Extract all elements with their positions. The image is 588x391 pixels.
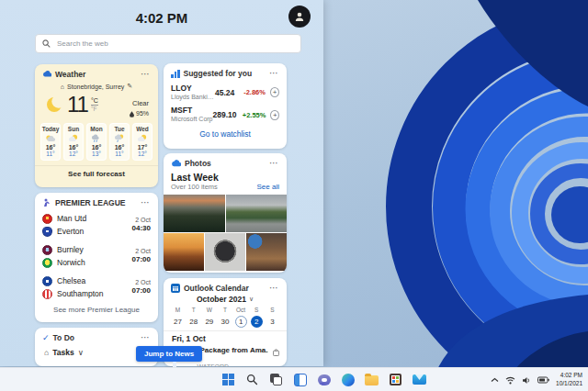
- tray-chevron-up-button[interactable]: [491, 377, 499, 383]
- calendar-date[interactable]: 29: [201, 315, 217, 329]
- forecast-day-sun[interactable]: Sun 16° 12°: [63, 123, 84, 161]
- droplet-icon: [130, 111, 134, 117]
- selected-day-label: Fri, 1 Oct: [164, 331, 287, 344]
- mail-button[interactable]: [412, 372, 427, 387]
- month-selector[interactable]: October 2021 ∨: [164, 295, 287, 304]
- taskbar-clock[interactable]: 4:02 PM 10/1/2021: [556, 372, 582, 388]
- stock-row-lloy[interactable]: LLOY Lloyds Bankin... 45.24 -2.86% +: [164, 81, 287, 103]
- taskbar: 4:02 PM 10/1/2021: [0, 367, 588, 391]
- taskbar-search-button[interactable]: [244, 372, 260, 387]
- calendar-title: Outlook Calendar: [184, 284, 249, 293]
- southampton-badge-icon: [42, 289, 52, 299]
- photos-header: Photos ⋯: [164, 153, 287, 171]
- edit-location-icon[interactable]: ✎: [127, 83, 132, 90]
- widgets-button[interactable]: [292, 372, 308, 387]
- see-all-link[interactable]: See all: [257, 183, 279, 191]
- stock-row-msft[interactable]: MSFT Microsoft Corp 289.10 +2.55% +: [164, 103, 287, 125]
- see-full-forecast-link[interactable]: See full forecast: [35, 165, 158, 178]
- speaker-icon: [522, 376, 531, 385]
- sun-cloud-icon: [64, 133, 83, 143]
- wifi-button[interactable]: [505, 376, 515, 385]
- stocks-widget[interactable]: Suggested for you ⋯ LLOY Lloyds Bankin..…: [164, 63, 287, 149]
- calendar-date[interactable]: 28: [186, 315, 201, 329]
- edge-browser-icon: [342, 374, 355, 386]
- user-avatar[interactable]: [288, 6, 311, 28]
- fixture-row[interactable]: Chelsea Southampton 2 Oct 07:00: [42, 274, 151, 300]
- chat-button[interactable]: [316, 372, 332, 387]
- photos-more-button[interactable]: ⋯: [269, 161, 279, 166]
- go-to-watchlist-link[interactable]: Go to watchlist: [164, 129, 287, 139]
- forecast-day-wed[interactable]: Wed 17° 12°: [132, 123, 153, 161]
- photo-thumbnail[interactable]: [164, 195, 225, 232]
- fixture-row[interactable]: Man Utd Everton 2 Oct 04:30: [42, 212, 151, 238]
- sun-showers-icon: [110, 133, 129, 143]
- widgets-icon: [294, 374, 307, 386]
- windows-start-icon: [222, 374, 234, 385]
- photos-widget[interactable]: Photos ⋯ Last Week Over 100 items See al…: [164, 153, 287, 273]
- calendar-date[interactable]: 3: [265, 315, 280, 329]
- unit-celsius-toggle[interactable]: °C: [91, 97, 98, 106]
- task-view-button[interactable]: [268, 372, 284, 387]
- forecast-day-today[interactable]: Today 16° 11°: [40, 123, 61, 161]
- add-to-watchlist-button[interactable]: +: [270, 87, 279, 97]
- photos-title: Photos: [185, 159, 211, 168]
- store-button[interactable]: [388, 372, 403, 387]
- photo-thumbnail[interactable]: [205, 233, 245, 271]
- photo-thumbnail[interactable]: [164, 233, 204, 271]
- add-to-watchlist-button[interactable]: +: [270, 110, 279, 120]
- weather-widget[interactable]: Weather ⋯ ⌂ Stonebridge, Surrey ✎ 11 °C …: [35, 64, 158, 187]
- fixture-row[interactable]: Burnley Norwich 2 Oct 07:00: [42, 243, 151, 269]
- weather-title: Weather: [55, 70, 85, 79]
- chevron-down-icon: ∨: [249, 296, 254, 303]
- weather-more-button[interactable]: ⋯: [141, 72, 151, 77]
- calendar-date[interactable]: 27: [170, 315, 186, 329]
- stocks-title: Suggested for you: [184, 69, 253, 78]
- chelsea-badge-icon: [42, 276, 52, 286]
- weather-header: Weather ⋯: [35, 64, 158, 82]
- taskbar-time: 4:02 PM: [556, 372, 582, 380]
- panel-clock: 4:02 PM: [0, 10, 323, 26]
- norwich-badge-icon: [42, 258, 52, 268]
- photos-cloud-icon: [171, 160, 181, 167]
- calendar-date-today[interactable]: 1: [233, 315, 249, 329]
- search-icon: [246, 374, 258, 385]
- jump-to-news-button[interactable]: Jump to News: [136, 346, 202, 362]
- calendar-date-selected[interactable]: 2: [249, 315, 265, 329]
- search-input[interactable]: [55, 39, 294, 49]
- everton-badge-icon: [42, 227, 52, 237]
- search-bar[interactable]: [35, 34, 301, 53]
- calendar-date[interactable]: 30: [217, 315, 232, 329]
- see-more-premier-league-link[interactable]: See more Premier League: [35, 306, 158, 314]
- stocks-header: Suggested for you ⋯: [164, 63, 287, 81]
- premier-league-widget[interactable]: PREMIER LEAGUE ⋯ Man Utd Everton 2 Oct 0…: [35, 193, 158, 322]
- outlook-calendar-icon: [171, 284, 180, 293]
- photo-grid: [164, 195, 287, 271]
- photo-thumbnail[interactable]: [226, 195, 288, 232]
- stocks-more-button[interactable]: ⋯: [269, 71, 279, 76]
- start-button[interactable]: [220, 372, 236, 387]
- league-title: PREMIER LEAGUE: [55, 198, 126, 207]
- burnley-badge-icon: [42, 245, 52, 255]
- battery-button[interactable]: [537, 376, 549, 384]
- weather-location-text: Stonebridge, Surrey: [67, 84, 124, 90]
- forecast-row: Today 16° 11° Sun 16° 12° Mon: [40, 123, 153, 161]
- forecast-day-tue[interactable]: Tue 16° 11°: [109, 123, 130, 161]
- wifi-icon: [505, 376, 515, 385]
- weather-app-icon: [42, 71, 51, 78]
- weather-current: 11 °C °F Clear 95%: [46, 92, 149, 118]
- volume-button[interactable]: [522, 376, 531, 385]
- tasks-list-label: Tasks: [52, 348, 74, 357]
- todo-more-button[interactable]: ⋯: [141, 335, 151, 341]
- unit-fahrenheit-toggle[interactable]: °F: [91, 106, 98, 113]
- edge-button[interactable]: [340, 372, 356, 387]
- weather-location[interactable]: ⌂ Stonebridge, Surrey ✎: [35, 83, 158, 90]
- calendar-more-button[interactable]: ⋯: [269, 285, 279, 291]
- widgets-panel: 4:02 PM Weather ⋯ ⌂ Stonebridge, Surrey …: [0, 0, 323, 366]
- photo-thumbnail[interactable]: [246, 233, 287, 271]
- file-explorer-button[interactable]: [364, 372, 379, 387]
- folder-icon: [365, 375, 379, 385]
- home-icon: ⌂: [44, 348, 49, 357]
- forecast-day-mon[interactable]: Mon 16° 13°: [86, 123, 107, 161]
- sun-cloud-wind-icon: [41, 133, 60, 143]
- league-more-button[interactable]: ⋯: [141, 200, 151, 206]
